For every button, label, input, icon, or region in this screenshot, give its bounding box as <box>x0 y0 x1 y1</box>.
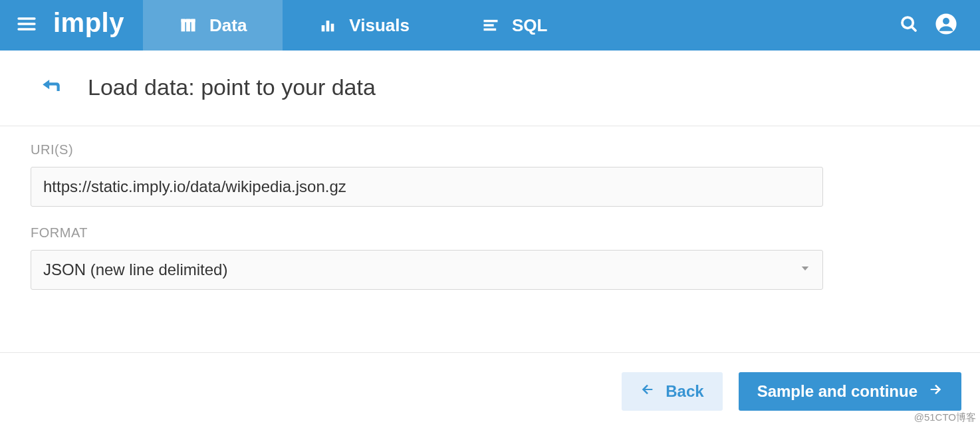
uris-label: URI(S) <box>31 142 949 158</box>
sample-continue-button[interactable]: Sample and continue <box>739 372 961 411</box>
back-navigation[interactable] <box>40 75 62 100</box>
tab-label: SQL <box>512 15 547 36</box>
tab-label: Data <box>209 15 247 36</box>
data-icon <box>179 16 197 35</box>
svg-line-14 <box>912 27 916 31</box>
tab-visuals[interactable]: Visuals <box>283 0 445 51</box>
svg-point-16 <box>943 18 949 25</box>
form-area: URI(S) FORMAT JSON (new line delimited) <box>0 126 980 290</box>
search-icon <box>899 14 919 37</box>
hamburger-icon <box>16 13 37 37</box>
continue-button-label: Sample and continue <box>757 382 918 401</box>
back-button[interactable]: Back <box>622 372 722 411</box>
tab-data[interactable]: Data <box>143 0 283 51</box>
footer-divider <box>0 352 980 353</box>
arrow-left-icon <box>640 382 655 401</box>
format-select[interactable]: JSON (new line delimited) <box>31 250 823 290</box>
format-label: FORMAT <box>31 225 949 241</box>
menu-button[interactable] <box>0 0 53 51</box>
back-button-label: Back <box>666 382 703 401</box>
user-circle-icon <box>935 13 957 38</box>
search-button[interactable] <box>899 14 919 37</box>
svg-rect-8 <box>326 21 330 31</box>
svg-rect-6 <box>181 19 195 23</box>
reply-arrow-icon <box>40 75 62 100</box>
svg-rect-12 <box>483 29 496 31</box>
uris-group: URI(S) <box>31 142 949 207</box>
svg-rect-7 <box>322 25 325 31</box>
page-title: Load data: point to your data <box>88 74 376 100</box>
format-group: FORMAT JSON (new line delimited) <box>31 225 949 290</box>
uris-input[interactable] <box>31 167 823 207</box>
brand-logo[interactable]: imply <box>53 0 143 51</box>
watermark: @51CTO博客 <box>914 411 976 424</box>
footer-actions: Back Sample and continue <box>622 372 961 411</box>
svg-rect-10 <box>483 20 497 22</box>
format-selected-value: JSON (new line delimited) <box>43 261 227 279</box>
svg-rect-11 <box>483 24 493 27</box>
tab-label: Visuals <box>349 15 410 36</box>
format-select-wrapper: JSON (new line delimited) <box>31 250 823 290</box>
sql-icon <box>481 16 500 35</box>
visuals-icon <box>318 16 337 35</box>
top-nav: imply Data Visuals <box>0 0 980 51</box>
chevron-down-icon <box>799 263 811 277</box>
nav-tabs: Data Visuals SQL <box>143 0 886 51</box>
arrow-right-icon <box>928 382 943 401</box>
page-header: Load data: point to your data <box>0 51 980 126</box>
nav-right <box>886 0 980 51</box>
account-button[interactable] <box>935 13 957 38</box>
tab-sql[interactable]: SQL <box>445 0 583 51</box>
svg-rect-9 <box>331 24 334 32</box>
